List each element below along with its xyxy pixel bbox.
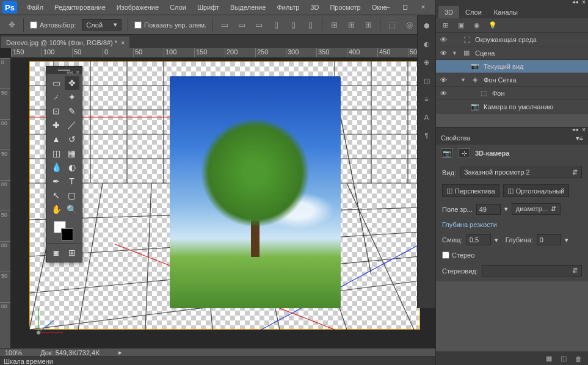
orthogonal-toggle[interactable]: ◫Ортогональный bbox=[503, 184, 569, 197]
toolbox-close-icon[interactable]: × bbox=[76, 69, 79, 76]
visibility-icon[interactable]: 👁 bbox=[438, 36, 448, 43]
blur-tool[interactable]: 💧 bbox=[49, 161, 64, 174]
dock-icon[interactable]: A bbox=[420, 110, 434, 124]
brush-tool[interactable]: ／ bbox=[65, 118, 79, 132]
scene-row-scene[interactable]: 👁▼▦Сцена bbox=[436, 46, 588, 60]
autoselect-target-dropdown[interactable]: Слой▾ bbox=[82, 19, 122, 31]
stamp-tool[interactable]: ▲ bbox=[49, 132, 64, 146]
close-button[interactable]: × bbox=[415, 1, 432, 12]
wand-tool[interactable]: ✦ bbox=[65, 90, 79, 104]
screenmode-toggle[interactable]: ⊞ bbox=[65, 246, 79, 259]
visibility-icon[interactable]: 👁 bbox=[438, 90, 448, 97]
tab-layers[interactable]: Слои bbox=[459, 6, 488, 18]
dock-icon[interactable]: ◫ bbox=[420, 74, 434, 87]
filter-mesh-icon[interactable]: ▣ bbox=[456, 20, 466, 31]
maximize-button[interactable]: ◻ bbox=[396, 1, 413, 12]
scene-row-bg[interactable]: 👁⬚Фон bbox=[436, 87, 588, 100]
toolbox-collapse-icon[interactable]: «« bbox=[67, 69, 73, 76]
tab-channels[interactable]: Каналы bbox=[488, 6, 524, 18]
menu-file[interactable]: Файл bbox=[22, 2, 48, 13]
distribute-icon[interactable]: ⊞ bbox=[346, 20, 357, 31]
autoselect-checkbox[interactable]: Автовыбор: bbox=[30, 21, 76, 29]
color-swatches[interactable] bbox=[46, 219, 82, 243]
shape-tool[interactable]: ▢ bbox=[65, 189, 79, 202]
scene-row-mesh[interactable]: 👁▼◈Фон Сетка bbox=[436, 73, 588, 87]
align-icon[interactable]: ▭ bbox=[253, 20, 264, 31]
align-icon[interactable]: ▯ bbox=[270, 20, 281, 31]
align-icon[interactable]: ▯ bbox=[288, 20, 299, 31]
align-icon[interactable]: ▭ bbox=[236, 20, 247, 31]
path-tool[interactable]: ↖ bbox=[49, 189, 64, 202]
menu-type[interactable]: Шрифт bbox=[192, 2, 224, 13]
healing-tool[interactable]: ✚ bbox=[49, 118, 64, 132]
menu-edit[interactable]: Редактирование bbox=[49, 2, 111, 13]
type-tool[interactable]: T bbox=[65, 175, 79, 188]
move-tool[interactable]: ✥ bbox=[65, 76, 79, 90]
filter-light-icon[interactable]: 💡 bbox=[487, 20, 498, 31]
fov-stepper[interactable]: ▾ bbox=[504, 205, 508, 213]
filter-material-icon[interactable]: ◉ bbox=[471, 20, 482, 31]
dock-icon[interactable]: ≡ bbox=[420, 92, 434, 106]
tab-3d[interactable]: 3D bbox=[438, 6, 459, 18]
close-icon[interactable]: × bbox=[582, 0, 586, 5]
minimize-button[interactable]: — bbox=[378, 1, 395, 12]
menu-filter[interactable]: Фильтр bbox=[272, 2, 304, 13]
history-brush-tool[interactable]: ↺ bbox=[65, 132, 79, 146]
lasso-tool[interactable]: ⟋ bbox=[49, 90, 64, 104]
panel-menu-icon[interactable]: ▾≡ bbox=[576, 134, 583, 142]
quickmask-toggle[interactable]: ◙ bbox=[49, 246, 64, 259]
marquee-tool[interactable]: ▭ bbox=[49, 76, 64, 90]
eraser-tool[interactable]: ◫ bbox=[49, 146, 64, 160]
stereo-checkbox[interactable]: Стерео bbox=[442, 251, 582, 259]
distribute-icon[interactable]: ⊞ bbox=[363, 20, 374, 31]
3d-mode-icon[interactable]: ◎ bbox=[404, 20, 415, 31]
perspective-toggle[interactable]: ◫Перспектива bbox=[442, 184, 499, 197]
menu-select[interactable]: Выделение bbox=[225, 2, 270, 13]
fov-unit-dropdown[interactable]: диаметр...⇵ bbox=[512, 203, 561, 215]
close-icon[interactable]: × bbox=[582, 126, 586, 133]
dock-icon[interactable]: ⊕ bbox=[420, 56, 434, 69]
menu-image[interactable]: Изображение bbox=[112, 2, 164, 13]
3d-mode-icon[interactable]: ⬚ bbox=[387, 20, 397, 31]
background-color[interactable] bbox=[61, 228, 73, 240]
dock-icon[interactable]: ¶ bbox=[420, 129, 434, 142]
menu-3d[interactable]: 3D bbox=[305, 2, 324, 13]
collapse-icon[interactable]: ◂◂ bbox=[572, 0, 578, 5]
eyedropper-tool[interactable]: ✎ bbox=[65, 104, 79, 118]
crop-tool[interactable]: ⊡ bbox=[49, 104, 64, 118]
dock-icon[interactable]: ◐ bbox=[420, 37, 434, 51]
3d-axis-widget[interactable] bbox=[32, 302, 69, 339]
visibility-icon[interactable]: 👁 bbox=[438, 76, 448, 84]
close-tab-icon[interactable]: × bbox=[121, 40, 125, 46]
new-icon[interactable]: ◫ bbox=[559, 354, 568, 364]
dodge-tool[interactable]: ◐ bbox=[65, 161, 79, 174]
show-controls-checkbox[interactable]: Показать упр. элем. bbox=[134, 21, 206, 29]
offset-input[interactable] bbox=[466, 234, 491, 245]
collapse-icon[interactable]: ◂◂ bbox=[572, 126, 578, 132]
zoom-tool[interactable]: 🔍 bbox=[65, 203, 79, 216]
fov-input[interactable] bbox=[476, 204, 501, 215]
offset-stepper[interactable]: ▾ bbox=[495, 236, 498, 244]
zoom-level[interactable]: 100% bbox=[5, 349, 22, 356]
filter-all-icon[interactable]: ⊞ bbox=[440, 20, 451, 31]
delete-icon[interactable]: 🗑 bbox=[573, 354, 583, 364]
scene-row-current-view[interactable]: 📷Текущий вид bbox=[436, 60, 588, 73]
visibility-icon[interactable]: 👁 bbox=[438, 49, 448, 57]
pen-tool[interactable]: ✒ bbox=[49, 175, 64, 188]
depth-stepper[interactable]: ▾ bbox=[565, 236, 568, 244]
coords-icon[interactable]: ⊹ bbox=[458, 148, 470, 158]
scene-row-environment[interactable]: 👁⛶Окружающая среда bbox=[436, 33, 588, 46]
view-dropdown[interactable]: Заказной просмотр 2⇵ bbox=[460, 167, 582, 178]
align-icon[interactable]: ▭ bbox=[219, 20, 230, 31]
status-arrow-icon[interactable]: ▸ bbox=[118, 349, 122, 356]
timeline-panel[interactable]: Шкала времени bbox=[0, 356, 435, 365]
menu-view[interactable]: Просмотр bbox=[325, 2, 365, 13]
render-icon[interactable]: ▦ bbox=[544, 354, 554, 364]
scene-row-camera[interactable]: 📷Камера по умолчанию bbox=[436, 100, 588, 114]
document-tab[interactable]: Derevo.jpg @ 100% (Фон, RGB/8#) * × bbox=[1, 37, 129, 48]
depth-input[interactable] bbox=[537, 234, 561, 245]
distribute-icon[interactable]: ⊞ bbox=[328, 20, 339, 31]
gradient-tool[interactable]: ▦ bbox=[65, 146, 79, 160]
menu-layers[interactable]: Слои bbox=[165, 2, 191, 13]
hand-tool[interactable]: ✋ bbox=[49, 203, 64, 216]
